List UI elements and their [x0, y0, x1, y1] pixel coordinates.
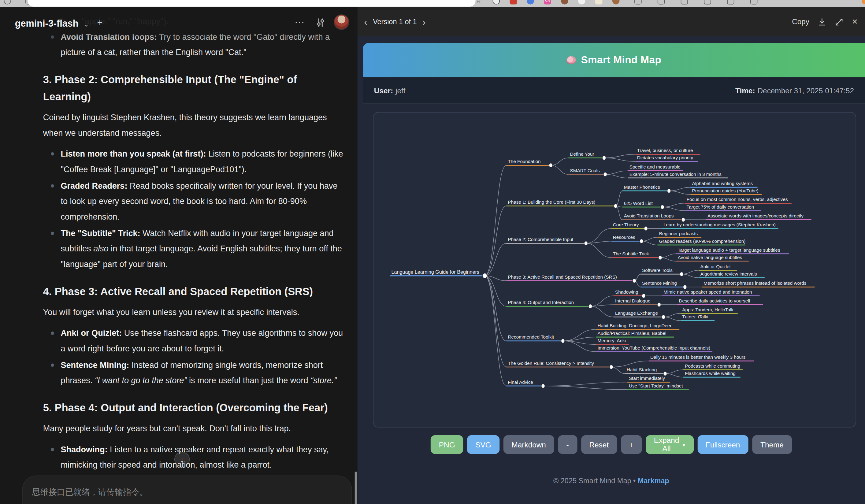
mindmap-node[interactable]: Final Advice	[506, 379, 541, 386]
version-next-button[interactable]: ›	[423, 17, 426, 27]
download-icon[interactable]	[818, 17, 827, 26]
mindmap-node[interactable]: The Foundation	[506, 159, 549, 165]
extension-icon[interactable]	[634, 0, 642, 4]
mindmap-node[interactable]: Dictates vocabulary priority	[635, 155, 698, 162]
mindmap-node[interactable]: Tutors: iTalki	[681, 314, 715, 320]
mindmap-node[interactable]: Pronunciation guides (YouTube)	[690, 188, 762, 195]
mindmap-node-dot[interactable]	[642, 294, 646, 298]
mindmap-node[interactable]: Resources	[611, 235, 639, 241]
extension-icon[interactable]	[704, 0, 711, 4]
mindmap-node[interactable]: Apps: Tandem, HelloTalk	[681, 307, 738, 314]
mindmap-node[interactable]: Habit Building: Duolingo, LingoDeer	[596, 323, 679, 329]
extension-icon[interactable]	[750, 0, 757, 4]
avatar[interactable]	[334, 14, 349, 30]
extension-icon[interactable]	[527, 0, 534, 4]
chat-input[interactable]: 思维接口已就绪，请传输指令。	[22, 476, 352, 504]
mindmap-node[interactable]: Daily 15 minutes is better than weekly 3…	[649, 354, 754, 361]
mindmap-node-dot[interactable]	[661, 315, 665, 319]
mindmap-node[interactable]: Use "Start Today" mindset	[627, 383, 689, 390]
extension-icon[interactable]: CA	[544, 0, 551, 4]
toolbar-button-theme[interactable]: Theme	[752, 435, 792, 454]
mindmap-node[interactable]: Graded readers (80-90% comprehension)	[657, 238, 746, 245]
model-selector[interactable]: gemini-3-flash⌄	[15, 18, 89, 30]
mindmap-node[interactable]: Avoid native language subtitles	[676, 255, 748, 261]
mindmap-node-dot[interactable]	[639, 239, 643, 244]
mindmap-node[interactable]: SMART Goals	[568, 168, 603, 174]
mindmap-node-dot[interactable]	[603, 172, 607, 176]
mindmap-node[interactable]: Memory: Anki	[596, 338, 629, 344]
mindmap-node[interactable]: Phase 1: Building the Core (First 30 Day…	[506, 199, 614, 206]
mindmap-node[interactable]: Internal Dialogue	[614, 298, 658, 305]
mindmap-node[interactable]: Specific and measurable	[628, 164, 683, 171]
controls-sliders-icon[interactable]	[316, 18, 325, 27]
mindmap-node-dot[interactable]	[561, 339, 565, 343]
toolbar-button-[interactable]: -	[558, 435, 577, 454]
mindmap-node[interactable]: Phase 4: Output and Interaction	[506, 300, 589, 306]
mindmap-node[interactable]: Master Phonetics	[622, 185, 667, 191]
mindmap-node[interactable]: 625 Word List	[622, 201, 661, 207]
mindmap-node-dot[interactable]	[483, 273, 487, 278]
mindmap-node-dot[interactable]	[644, 226, 648, 231]
mindmap-node-dot[interactable]	[667, 189, 671, 193]
extension-icon[interactable]	[681, 0, 688, 4]
mindmap-node[interactable]: Core Theory	[611, 222, 644, 228]
extension-icon[interactable]	[612, 0, 619, 4]
mindmap-node[interactable]: Language Exchange	[614, 310, 662, 317]
mindmap-node[interactable]: Habit Stacking	[625, 367, 664, 373]
mindmap-node-dot[interactable]	[584, 241, 588, 246]
mindmap-node[interactable]: The Golden Rule: Consistency > Intensity	[506, 361, 610, 367]
mindmap-node[interactable]: Algorithmic review intervals	[699, 271, 765, 278]
extension-icon[interactable]	[578, 0, 585, 4]
mindmap-node-dot[interactable]	[659, 256, 662, 260]
extension-icon[interactable]	[510, 0, 517, 4]
mindmap-node[interactable]: Describe daily activities to yourself	[677, 298, 763, 305]
mindmap-node-dot[interactable]	[602, 156, 606, 160]
mindmap-node[interactable]: Start immediately	[627, 376, 670, 382]
mindmap-node[interactable]: Sentence Mining	[641, 280, 683, 287]
mindmap-node-dot[interactable]	[588, 304, 592, 308]
toolbar-button-fullscreen[interactable]: Fullscreen	[697, 435, 748, 454]
mindmap-node[interactable]: Beginner podcasts	[657, 231, 701, 237]
extension-icon[interactable]	[658, 0, 665, 4]
markmap-link[interactable]: Markmap	[638, 477, 669, 485]
toolbar-button-markdown[interactable]: Markdown	[503, 435, 554, 454]
mindmap-node-dot[interactable]	[683, 285, 687, 289]
mindmap-node[interactable]: Example: 5-minute conversation in 3 mont…	[628, 172, 728, 178]
mindmap-node[interactable]: Phase 3: Active Recall and Spaced Repeti…	[506, 274, 633, 281]
version-prev-button[interactable]: ‹	[364, 17, 367, 27]
mindmap-node[interactable]: Audio/Practical: Pimsleur, Babbel	[596, 331, 674, 337]
more-options-button[interactable]: ⋯	[295, 16, 305, 28]
mindmap-node-dot[interactable]	[549, 163, 553, 167]
extension-icon[interactable]	[561, 0, 568, 4]
mindmap-node-dot[interactable]	[610, 365, 613, 369]
mindmap-node-dot[interactable]	[664, 372, 667, 376]
mindmap-canvas[interactable]: Language Learning Guide for BeginnersThe…	[373, 112, 856, 427]
mindmap-node[interactable]: Phase 2: Comprehensible Input	[506, 237, 584, 243]
mindmap-node[interactable]: Mimic native speaker speed and intonatio…	[662, 289, 760, 296]
mindmap-node[interactable]: Associate words with images/concepts dir…	[706, 213, 811, 220]
toolbar-button-[interactable]: +	[621, 435, 642, 454]
new-chat-button[interactable]: +	[97, 18, 103, 29]
mindmap-node[interactable]: Immersion: YouTube (Comprehensible Input…	[596, 345, 712, 352]
mindmap-node[interactable]: Memorize short phrases instead of isolat…	[702, 280, 815, 287]
mindmap-node[interactable]: The Subtitle Trick	[611, 251, 659, 258]
mindmap-node[interactable]: Define Your	[568, 151, 602, 158]
mindmap-node-dot[interactable]	[614, 204, 618, 208]
toolbar-button-png[interactable]: PNG	[431, 435, 463, 454]
mindmap-node[interactable]: Software Tools	[641, 268, 680, 274]
mindmap-node[interactable]: Target 75% of daily conversation	[685, 204, 761, 211]
mindmap-node[interactable]: Avoid Translation Loops	[622, 213, 681, 220]
toolbar-button-expand-all[interactable]: Expand All▾	[646, 435, 694, 454]
mindmap-node[interactable]: Alphabet and writing systems	[690, 181, 757, 187]
close-icon[interactable]: ✕	[852, 18, 858, 26]
scrollbar-thumb[interactable]	[355, 472, 357, 504]
fullscreen-icon[interactable]	[835, 17, 844, 26]
extension-icon[interactable]	[727, 0, 734, 4]
mindmap-node-dot[interactable]	[681, 218, 685, 222]
scroll-to-bottom-button[interactable]: ↓	[174, 452, 190, 467]
mindmap-node[interactable]: Target language audio + target language …	[676, 247, 788, 254]
mindmap-node[interactable]: Language Learning Guide for Beginners	[390, 269, 483, 276]
extension-icon[interactable]: ☆	[476, 0, 483, 4]
mindmap-node[interactable]: Flashcards while waiting	[683, 371, 740, 377]
extension-icon[interactable]	[493, 0, 500, 4]
